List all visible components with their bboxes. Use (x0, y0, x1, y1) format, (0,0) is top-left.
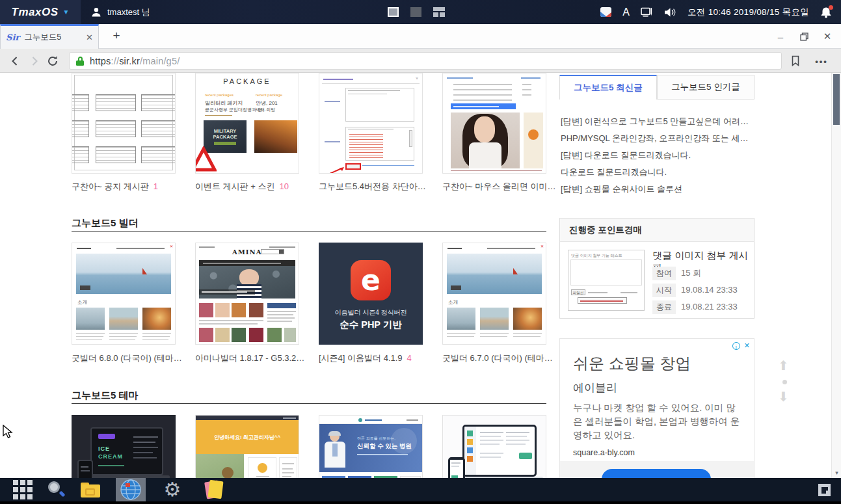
window-minimize-button[interactable]: – (769, 24, 792, 49)
scrollbar-thumb[interactable] (833, 74, 840, 125)
theme-hospital-text: 신뢰할 수 있는 병원 (357, 442, 412, 451)
window-close-button[interactable]: ✕ (816, 24, 838, 49)
auction-thumb-text: 댓글 이미지 첨부 기능 테스트 (571, 253, 622, 259)
latest-post-item[interactable]: 다운로드 질문드리겠습니다. (561, 166, 754, 183)
search-button[interactable] (42, 478, 72, 501)
desktop-2-button[interactable] (410, 7, 421, 17)
show-desktop-button[interactable] (818, 484, 831, 496)
new-tab-button[interactable]: + (108, 28, 125, 45)
product-thumbnail-hover-image[interactable] (442, 73, 546, 174)
file-manager-button[interactable] (75, 478, 105, 501)
auction-row: 종료19.08.21 23:33 (652, 300, 738, 314)
product-thumbnail-theme-admin[interactable]: 안녕하세요! 최고관리자님^^ (195, 415, 299, 478)
auction-row: 참여15 회 (652, 267, 701, 280)
bookmark-button[interactable] (788, 53, 803, 68)
latest-post-item[interactable]: [답변] 쇼핑몰 순위사이트 솔루션 (561, 183, 754, 200)
product-title[interactable]: 아미나빌더 1.8.17 - G5.3.2… (195, 352, 304, 364)
browser-tab-active[interactable]: Sir 그누보드5 ✕ (0, 24, 99, 49)
auction-thumbnail[interactable]: 댓글 이미지 첨부 기능 테스트 파일선택 (568, 250, 645, 311)
product-thumbnail-theme-icecream[interactable]: ICE CREAM (72, 415, 176, 478)
product-title[interactable]: 굿빌더 6.7.0 (다국어) (테마… (442, 352, 553, 364)
ad-brand[interactable]: 에이블리 (573, 380, 617, 395)
auction-value: 19.08.21 23:33 (681, 302, 738, 312)
product-thumbnail-goodbuilder-680[interactable]: ✕ 소개 (72, 243, 176, 345)
scrollbar-down-arrow[interactable]: ▾ (832, 470, 841, 476)
product-thumbnail-amina[interactable]: AMINA (195, 243, 299, 345)
os-start-menu[interactable]: TmaxOS ▼ (0, 0, 81, 24)
ad-url[interactable]: square.a-bly.com (573, 448, 635, 457)
product-thumbnail-theme-dashboard[interactable] (442, 415, 546, 478)
refresh-button[interactable] (46, 54, 60, 68)
product-thumbnail-goodbuilder-670[interactable]: ✕ 소개 (442, 243, 546, 345)
user-icon (91, 7, 101, 17)
product-title[interactable]: 구찬아~ 마우스 올리면 이미… (442, 181, 555, 192)
product-thumbnail-package[interactable]: PACKAGE recent packages 밀리터리 패키지 공군사령부 군… (195, 73, 299, 174)
tab-latest-posts[interactable]: 그누보드5 최신글 (559, 75, 657, 99)
product-thumbnail-ip-block[interactable]: ˅ (319, 73, 423, 174)
notes-button[interactable] (199, 478, 229, 501)
browser-tab-strip: Sir 그누보드5 ✕ + – ✕ (0, 24, 841, 49)
tab-close-icon[interactable]: ✕ (86, 33, 93, 42)
theme-ice-text: ICE (98, 445, 110, 452)
product-title[interactable]: 그누보드5.4버전용 차단아… (319, 181, 426, 192)
scroll-to-top-icon[interactable]: ⬆ (778, 358, 789, 373)
product-thumbnail-theme-hospital[interactable]: 아픈 의료를 선도하는, 신뢰할 수 있는 병원 (319, 415, 423, 478)
product-title-text: 굿빌더 6.7.0 (다국어) (테마… (442, 353, 553, 363)
notification-badge (829, 5, 833, 10)
site-favicon: Sir (6, 33, 20, 42)
latest-post-item[interactable]: [답변] 다운로드 질문드리겠습니다. (561, 150, 754, 166)
display-pen-icon[interactable] (641, 7, 653, 17)
eum-line2: 순수 PHP 기반 (319, 319, 422, 331)
forward-button[interactable] (27, 54, 42, 68)
thumb-close-mark: ✕ (170, 244, 173, 248)
product-title[interactable]: 굿빌더 6.8.0 (다국어) (테마… (72, 352, 182, 364)
globe-browser-icon (120, 479, 142, 501)
show-desktop-icon (821, 487, 828, 494)
browser-taskbar-button[interactable] (116, 478, 146, 501)
desktop-1-button[interactable] (388, 7, 399, 17)
ad-close-icon[interactable]: ✕ (744, 341, 750, 350)
notification-bell[interactable] (820, 7, 832, 18)
package-title-text: PACKAGE (196, 77, 299, 85)
section-title-theme: 그누보드5 테마 (72, 390, 139, 402)
auction-header: 진행중 포인트경매 (560, 219, 754, 242)
theme-admin-banner: 안녕하세요! 최고관리자님^^ (214, 434, 280, 441)
tab-popular-posts[interactable]: 그누보드5 인기글 (657, 75, 754, 99)
product-title-text: [시즌4] 이음빌더 4.1.9 (319, 353, 403, 363)
ime-language-indicator[interactable]: A (622, 7, 630, 18)
app-launcher-button[interactable] (8, 478, 38, 501)
product-title[interactable]: 이벤트 게시판 + 스킨10 (195, 181, 289, 192)
browser-scrollbar[interactable]: ▾ (831, 73, 841, 478)
latest-post-item[interactable]: PHP/MYSQL 온라인강좌, 오프라인강좌 또는 세… (561, 133, 754, 150)
product-thumbnail-eum-builder[interactable]: e 이음빌더 시즌4 정식버전 순수 PHP 기반 (319, 243, 423, 345)
auction-label: 시작 (652, 284, 676, 297)
volume-icon[interactable] (664, 7, 676, 18)
chevron-left-icon (10, 56, 20, 66)
product-count: 10 (279, 181, 288, 191)
product-title[interactable]: 구찬아~ 공지 게시판1 (72, 181, 158, 192)
folder-icon (81, 483, 100, 497)
section-divider (72, 403, 546, 404)
address-bar[interactable]: https://sir.kr/main/g5/ (69, 52, 782, 70)
scroll-dot-icon[interactable] (782, 380, 787, 384)
settings-button[interactable]: ⚙ (157, 478, 187, 501)
os-user-menu[interactable]: tmaxtest 님 (91, 0, 150, 24)
window-layout-button[interactable] (433, 7, 445, 17)
ad-cta-button[interactable] (602, 469, 711, 478)
mouse-cursor (2, 425, 15, 439)
latest-post-item[interactable]: [답변] 이런식으로 그누보드5 만들고싶은데 어려… (561, 116, 754, 133)
window-restore-button[interactable] (793, 24, 815, 49)
red-arrow-graphic (328, 166, 345, 174)
highlighted-button-graphic (345, 163, 361, 170)
messenger-icon[interactable] (600, 7, 611, 17)
ad-title[interactable]: 쉬운 쇼핑몰 창업 (573, 353, 691, 374)
scroll-to-bottom-icon[interactable]: ⬇ (778, 389, 789, 405)
product-title[interactable]: [시즌4] 이음빌더 4.1.94 (319, 352, 412, 364)
browser-menu-button[interactable]: ••• (814, 54, 829, 68)
product-thumbnail-notice-board[interactable] (72, 73, 176, 174)
clock[interactable]: 오전 10:46 2019/08/15 목요일 (687, 7, 809, 18)
restore-icon (800, 33, 808, 41)
ad-info-icon[interactable]: i (732, 342, 740, 350)
ad-banner[interactable]: i ✕ 쉬운 쇼핑몰 창업 에이블리 누구나 마켓 창업 할 수 있어요. 이미… (559, 338, 754, 478)
back-button[interactable] (8, 54, 22, 68)
